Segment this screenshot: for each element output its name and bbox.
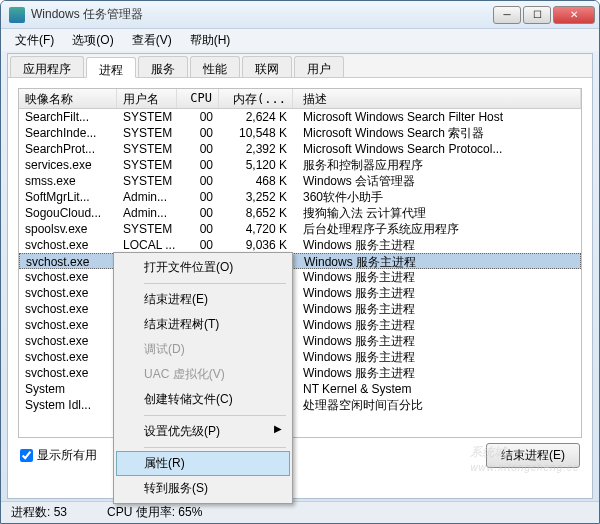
menu-view[interactable]: 查看(V) (124, 30, 180, 51)
cell-mem: 468 K (219, 173, 293, 189)
tab-0[interactable]: 应用程序 (10, 56, 84, 77)
ctx-item-3[interactable]: 结束进程树(T) (116, 312, 290, 337)
cell-desc: Windows 服务主进程 (293, 317, 581, 333)
col-description[interactable]: 描述 (293, 89, 581, 108)
cell-desc: Windows 服务主进程 (293, 301, 581, 317)
ctx-separator (144, 447, 286, 448)
table-row[interactable]: smss.exeSYSTEM00468 KWindows 会话管理器 (19, 173, 581, 189)
menu-help[interactable]: 帮助(H) (182, 30, 239, 51)
col-memory[interactable]: 内存(... (219, 89, 293, 108)
col-user[interactable]: 用户名 (117, 89, 177, 108)
cell-mem: 2,624 K (219, 109, 293, 125)
cell-name: svchost.exe (19, 317, 117, 333)
cell-mem: 3,252 K (219, 189, 293, 205)
cell-name: SearchInde... (19, 125, 117, 141)
client-area: 应用程序进程服务性能联网用户 映像名称 用户名 CPU 内存(... 描述 Se… (7, 53, 593, 499)
cell-desc: 搜狗输入法 云计算代理 (293, 205, 581, 221)
ctx-item-0[interactable]: 打开文件位置(O) (116, 255, 290, 280)
show-all-users-checkbox[interactable]: 显示所有用 (20, 447, 97, 464)
table-row[interactable]: svchost.exeWindows 服务主进程 (19, 317, 581, 333)
tab-2[interactable]: 服务 (138, 56, 188, 77)
cell-mem: 8,652 K (219, 205, 293, 221)
cell-user: SYSTEM (117, 173, 177, 189)
window-title: Windows 任务管理器 (31, 6, 493, 23)
menu-options[interactable]: 选项(O) (64, 30, 121, 51)
minimize-button[interactable]: ─ (493, 6, 521, 24)
cell-cpu: 00 (177, 173, 219, 189)
end-process-button[interactable]: 结束进程(E) (486, 443, 580, 468)
table-row[interactable]: svchost.exeWindows 服务主进程 (19, 269, 581, 285)
chevron-right-icon: ▶ (274, 423, 282, 434)
table-row[interactable]: spoolsv.exeSYSTEM004,720 K后台处理程序子系统应用程序 (19, 221, 581, 237)
cell-user: LOCAL ... (117, 237, 177, 253)
tabs: 应用程序进程服务性能联网用户 (8, 54, 592, 78)
status-process-count: 进程数: 53 (11, 504, 67, 521)
cell-desc: Windows 服务主进程 (293, 269, 581, 285)
cell-cpu: 00 (177, 237, 219, 253)
ctx-item-10[interactable]: 属性(R) (116, 451, 290, 476)
cell-desc: NT Kernel & System (293, 381, 581, 397)
tab-5[interactable]: 用户 (294, 56, 344, 77)
titlebar[interactable]: Windows 任务管理器 ─ ☐ ✕ (1, 1, 599, 29)
cell-name: svchost.exe (19, 333, 117, 349)
ctx-item-2[interactable]: 结束进程(E) (116, 287, 290, 312)
table-row[interactable]: SystemNT Kernel & System (19, 381, 581, 397)
menu-file[interactable]: 文件(F) (7, 30, 62, 51)
table-row[interactable]: svchost.exeWindows 服务主进程 (19, 333, 581, 349)
ctx-item-4: 调试(D) (116, 337, 290, 362)
context-menu: 打开文件位置(O)结束进程(E)结束进程树(T)调试(D)UAC 虚拟化(V)创… (113, 252, 293, 504)
cell-mem: 2,392 K (219, 141, 293, 157)
cell-name: spoolsv.exe (19, 221, 117, 237)
cell-name: services.exe (19, 157, 117, 173)
cell-mem: 10,548 K (219, 125, 293, 141)
tab-4[interactable]: 联网 (242, 56, 292, 77)
ctx-item-8[interactable]: 设置优先级(P)▶ (116, 419, 290, 444)
cell-cpu: 00 (177, 189, 219, 205)
cell-cpu: 00 (177, 109, 219, 125)
cell-desc: 后台处理程序子系统应用程序 (293, 221, 581, 237)
app-icon (9, 7, 25, 23)
cell-name: SearchFilt... (19, 109, 117, 125)
process-table: 映像名称 用户名 CPU 内存(... 描述 SearchFilt...SYST… (18, 88, 582, 438)
show-all-users-input[interactable] (20, 449, 33, 462)
table-row[interactable]: svchost.exeWindows 服务主进程 (19, 285, 581, 301)
table-row[interactable]: svchost.exeWindows 服务主进程 (19, 365, 581, 381)
cell-desc: 处理器空闲时间百分比 (293, 397, 581, 413)
cell-desc: Microsoft Windows Search 索引器 (293, 125, 581, 141)
table-row[interactable]: SoftMgrLit...Admin...003,252 K360软件小助手 (19, 189, 581, 205)
show-all-users-label: 显示所有用 (37, 447, 97, 464)
table-body: SearchFilt...SYSTEM002,624 KMicrosoft Wi… (19, 109, 581, 413)
table-row[interactable]: SearchFilt...SYSTEM002,624 KMicrosoft Wi… (19, 109, 581, 125)
col-cpu[interactable]: CPU (177, 89, 219, 108)
col-image-name[interactable]: 映像名称 (19, 89, 117, 108)
cell-desc: Microsoft Windows Search Protocol... (293, 141, 581, 157)
ctx-separator (144, 415, 286, 416)
cell-desc: Windows 服务主进程 (293, 237, 581, 253)
cell-desc: Windows 服务主进程 (293, 349, 581, 365)
cell-user: Admin... (117, 205, 177, 221)
table-row[interactable]: SearchProt...SYSTEM002,392 KMicrosoft Wi… (19, 141, 581, 157)
ctx-item-11[interactable]: 转到服务(S) (116, 476, 290, 501)
maximize-button[interactable]: ☐ (523, 6, 551, 24)
table-row[interactable]: svchost.exeSYSTEM00Windows 服务主进程 (19, 253, 581, 269)
cell-name: SoftMgrLit... (19, 189, 117, 205)
ctx-item-6[interactable]: 创建转储文件(C) (116, 387, 290, 412)
cell-name: svchost.exe (19, 285, 117, 301)
cell-desc: Windows 服务主进程 (293, 365, 581, 381)
table-row[interactable]: svchost.exeWindows 服务主进程 (19, 301, 581, 317)
table-row[interactable]: svchost.exeLOCAL ...009,036 KWindows 服务主… (19, 237, 581, 253)
tab-1[interactable]: 进程 (86, 57, 136, 78)
menubar: 文件(F) 选项(O) 查看(V) 帮助(H) (1, 29, 599, 51)
close-button[interactable]: ✕ (553, 6, 595, 24)
table-row[interactable]: System Idl...处理器空闲时间百分比 (19, 397, 581, 413)
task-manager-window: Windows 任务管理器 ─ ☐ ✕ 文件(F) 选项(O) 查看(V) 帮助… (0, 0, 600, 524)
tab-3[interactable]: 性能 (190, 56, 240, 77)
cell-name: System (19, 381, 117, 397)
cell-name: svchost.exe (19, 349, 117, 365)
table-row[interactable]: services.exeSYSTEM005,120 K服务和控制器应用程序 (19, 157, 581, 173)
cell-name: SogouCloud... (19, 205, 117, 221)
table-row[interactable]: SogouCloud...Admin...008,652 K搜狗输入法 云计算代… (19, 205, 581, 221)
table-row[interactable]: SearchInde...SYSTEM0010,548 KMicrosoft W… (19, 125, 581, 141)
cell-name: System Idl... (19, 397, 117, 413)
table-row[interactable]: svchost.exeWindows 服务主进程 (19, 349, 581, 365)
